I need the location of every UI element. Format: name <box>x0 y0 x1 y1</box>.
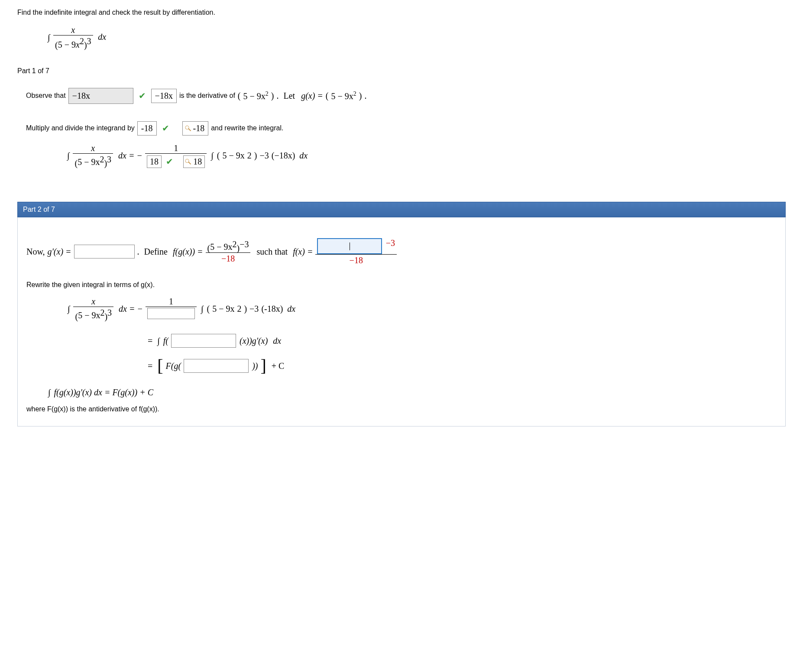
define-text: Define <box>144 247 168 257</box>
rewrite-text: and rewrite the integral. <box>211 124 283 132</box>
gprime-label: g'(x) = <box>48 247 71 257</box>
part2-label: Part 2 of 7 <box>17 202 786 217</box>
observe-text-a: Observe that <box>26 92 66 100</box>
fx-numerator-input[interactable] <box>317 238 382 254</box>
g-def: g(x) = <box>301 91 323 101</box>
rule-line: f(g(x))g'(x) dx = F(g(x)) + C <box>54 388 153 397</box>
key-icon <box>185 124 194 132</box>
observe-input[interactable]: −18x <box>68 88 133 104</box>
multiply-text: Multiply and divide the integrand by <box>26 124 135 132</box>
fx-label: f(x) = <box>293 247 313 257</box>
part1-label: Part 1 of 7 <box>17 67 786 75</box>
check-icon: ✔ <box>162 123 169 133</box>
let-text: Let <box>283 91 295 101</box>
f-arg-input[interactable] <box>171 334 236 348</box>
expr-5m9x2-a: 5 − 9x2 <box>243 90 269 101</box>
problem-statement: Find the indefinite integral and check t… <box>17 9 786 16</box>
where-text: where F(g(x)) is the antiderivative of f… <box>26 405 777 413</box>
check-icon: ✔ <box>166 156 173 167</box>
Fg-arg-input[interactable] <box>184 359 249 373</box>
key-icon <box>185 157 194 166</box>
now-text: Now, <box>26 247 45 257</box>
fgx-label: f(g(x)) = <box>173 247 203 257</box>
expr-5m9x2-b: 5 − 9x2 <box>331 90 356 101</box>
such-that: such that <box>256 247 288 257</box>
rewrite-heading: Rewrite the given integral in terms of g… <box>26 281 777 289</box>
multiply-box: -18 <box>137 121 157 136</box>
given-integral: ∫ x (5 − 9x2)3 dx <box>48 25 786 50</box>
denom-input-1[interactable]: 18 <box>147 155 162 168</box>
check-icon: ✔ <box>139 90 146 101</box>
observe-answer-box: −18x <box>151 89 177 103</box>
denom-key-1: 18 <box>183 155 205 168</box>
denom-input-2[interactable] <box>147 308 195 319</box>
key-box-1: -18 <box>182 121 209 136</box>
gprime-input[interactable] <box>74 245 135 258</box>
observe-text-b: is the derivative of <box>179 92 235 100</box>
